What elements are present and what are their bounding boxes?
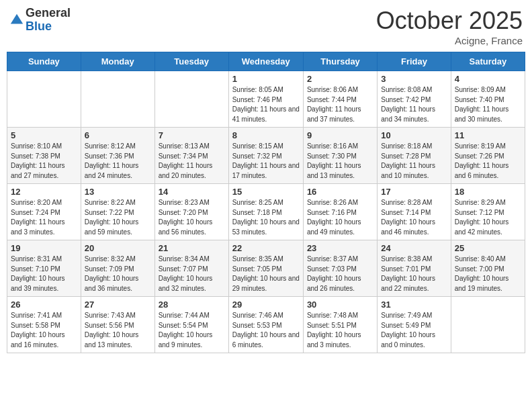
day-number: 14 xyxy=(159,187,225,197)
day-number: 20 xyxy=(85,243,151,253)
day-number: 4 xyxy=(455,74,521,84)
calendar-day-cell: 3Sunrise: 8:08 AM Sunset: 7:42 PM Daylig… xyxy=(378,71,451,128)
day-info: Sunrise: 8:32 AM Sunset: 7:09 PM Dayligh… xyxy=(85,255,151,293)
calendar-day-cell: 23Sunrise: 8:37 AM Sunset: 7:03 PM Dayli… xyxy=(303,240,377,297)
calendar-week-row: 12Sunrise: 8:20 AM Sunset: 7:24 PM Dayli… xyxy=(7,184,525,240)
day-info: Sunrise: 8:35 AM Sunset: 7:05 PM Dayligh… xyxy=(232,255,300,293)
day-number: 12 xyxy=(11,187,77,197)
day-info: Sunrise: 8:28 AM Sunset: 7:14 PM Dayligh… xyxy=(381,198,447,237)
day-number: 8 xyxy=(232,130,300,140)
day-number: 25 xyxy=(455,243,521,253)
day-info: Sunrise: 7:41 AM Sunset: 5:58 PM Dayligh… xyxy=(11,311,77,350)
calendar-header-sunday: Sunday xyxy=(7,52,81,71)
calendar-week-row: 5Sunrise: 8:10 AM Sunset: 7:38 PM Daylig… xyxy=(7,128,525,184)
day-info: Sunrise: 8:29 AM Sunset: 7:12 PM Dayligh… xyxy=(455,198,521,237)
calendar-header-thursday: Thursday xyxy=(303,52,377,71)
day-number: 31 xyxy=(381,300,447,310)
day-number: 7 xyxy=(159,130,225,140)
day-number: 2 xyxy=(307,74,373,84)
calendar-day-cell: 13Sunrise: 8:22 AM Sunset: 7:22 PM Dayli… xyxy=(81,184,154,240)
calendar-day-cell: 21Sunrise: 8:34 AM Sunset: 7:07 PM Dayli… xyxy=(154,240,228,297)
calendar-day-cell: 2Sunrise: 8:06 AM Sunset: 7:44 PM Daylig… xyxy=(303,71,377,128)
day-info: Sunrise: 7:48 AM Sunset: 5:51 PM Dayligh… xyxy=(307,311,373,350)
calendar-day-cell: 31Sunrise: 7:49 AM Sunset: 5:49 PM Dayli… xyxy=(378,297,451,353)
calendar-day-cell xyxy=(81,71,154,128)
calendar-header-friday: Friday xyxy=(378,52,451,71)
day-info: Sunrise: 8:18 AM Sunset: 7:28 PM Dayligh… xyxy=(381,142,447,181)
calendar-day-cell xyxy=(451,297,525,353)
day-info: Sunrise: 7:43 AM Sunset: 5:56 PM Dayligh… xyxy=(85,311,151,350)
page-header: General Blue October 2025 Acigne, France xyxy=(7,7,525,46)
day-number: 23 xyxy=(307,243,373,253)
calendar-day-cell: 20Sunrise: 8:32 AM Sunset: 7:09 PM Dayli… xyxy=(81,240,154,297)
logo: General Blue xyxy=(9,7,71,34)
day-number: 21 xyxy=(159,243,225,253)
day-number: 3 xyxy=(381,74,447,84)
calendar-day-cell xyxy=(154,71,228,128)
calendar-day-cell: 9Sunrise: 8:16 AM Sunset: 7:30 PM Daylig… xyxy=(303,128,377,184)
calendar-day-cell: 22Sunrise: 8:35 AM Sunset: 7:05 PM Dayli… xyxy=(228,240,303,297)
day-number: 17 xyxy=(381,187,447,197)
calendar-header-saturday: Saturday xyxy=(451,52,525,71)
day-info: Sunrise: 8:38 AM Sunset: 7:01 PM Dayligh… xyxy=(381,255,447,293)
day-number: 24 xyxy=(381,243,447,253)
day-info: Sunrise: 8:22 AM Sunset: 7:22 PM Dayligh… xyxy=(85,198,151,237)
day-info: Sunrise: 8:05 AM Sunset: 7:46 PM Dayligh… xyxy=(232,85,300,124)
calendar-header-monday: Monday xyxy=(81,52,154,71)
day-info: Sunrise: 8:16 AM Sunset: 7:30 PM Dayligh… xyxy=(307,142,373,181)
calendar-day-cell: 6Sunrise: 8:12 AM Sunset: 7:36 PM Daylig… xyxy=(81,128,154,184)
day-number: 5 xyxy=(11,130,77,140)
day-info: Sunrise: 8:13 AM Sunset: 7:34 PM Dayligh… xyxy=(159,142,225,181)
day-info: Sunrise: 7:44 AM Sunset: 5:54 PM Dayligh… xyxy=(159,311,225,350)
calendar-day-cell: 25Sunrise: 8:40 AM Sunset: 7:00 PM Dayli… xyxy=(451,240,525,297)
logo-icon xyxy=(9,13,24,28)
calendar-day-cell: 1Sunrise: 8:05 AM Sunset: 7:46 PM Daylig… xyxy=(228,71,303,128)
day-info: Sunrise: 8:20 AM Sunset: 7:24 PM Dayligh… xyxy=(11,198,77,237)
calendar-day-cell: 4Sunrise: 8:09 AM Sunset: 7:40 PM Daylig… xyxy=(451,71,525,128)
location-title: Acigne, France xyxy=(376,35,523,46)
day-info: Sunrise: 8:10 AM Sunset: 7:38 PM Dayligh… xyxy=(11,142,77,181)
day-info: Sunrise: 8:26 AM Sunset: 7:16 PM Dayligh… xyxy=(307,198,373,237)
svg-marker-0 xyxy=(11,14,23,24)
day-number: 10 xyxy=(381,130,447,140)
day-number: 22 xyxy=(232,243,300,253)
calendar-header-wednesday: Wednesday xyxy=(228,52,303,71)
calendar-day-cell: 28Sunrise: 7:44 AM Sunset: 5:54 PM Dayli… xyxy=(154,297,228,353)
day-number: 13 xyxy=(85,187,151,197)
day-info: Sunrise: 8:19 AM Sunset: 7:26 PM Dayligh… xyxy=(455,142,521,181)
logo-blue-text: Blue xyxy=(26,20,71,34)
calendar-day-cell: 11Sunrise: 8:19 AM Sunset: 7:26 PM Dayli… xyxy=(451,128,525,184)
calendar-week-row: 1Sunrise: 8:05 AM Sunset: 7:46 PM Daylig… xyxy=(7,71,525,128)
day-number: 6 xyxy=(85,130,151,140)
day-info: Sunrise: 7:49 AM Sunset: 5:49 PM Dayligh… xyxy=(381,311,447,350)
day-info: Sunrise: 8:40 AM Sunset: 7:00 PM Dayligh… xyxy=(455,255,521,293)
calendar-header-tuesday: Tuesday xyxy=(154,52,228,71)
calendar-day-cell: 14Sunrise: 8:23 AM Sunset: 7:20 PM Dayli… xyxy=(154,184,228,240)
calendar-day-cell: 7Sunrise: 8:13 AM Sunset: 7:34 PM Daylig… xyxy=(154,128,228,184)
calendar-day-cell: 12Sunrise: 8:20 AM Sunset: 7:24 PM Dayli… xyxy=(7,184,81,240)
day-number: 27 xyxy=(85,300,151,310)
day-number: 9 xyxy=(307,130,373,140)
day-info: Sunrise: 8:06 AM Sunset: 7:44 PM Dayligh… xyxy=(307,85,373,124)
calendar-day-cell: 17Sunrise: 8:28 AM Sunset: 7:14 PM Dayli… xyxy=(378,184,451,240)
calendar-day-cell: 10Sunrise: 8:18 AM Sunset: 7:28 PM Dayli… xyxy=(378,128,451,184)
calendar-day-cell: 15Sunrise: 8:25 AM Sunset: 7:18 PM Dayli… xyxy=(228,184,303,240)
day-number: 15 xyxy=(232,187,300,197)
day-info: Sunrise: 8:23 AM Sunset: 7:20 PM Dayligh… xyxy=(159,198,225,237)
day-info: Sunrise: 8:34 AM Sunset: 7:07 PM Dayligh… xyxy=(159,255,225,293)
day-number: 1 xyxy=(232,74,300,84)
title-block: October 2025 Acigne, France xyxy=(376,7,523,46)
day-info: Sunrise: 8:25 AM Sunset: 7:18 PM Dayligh… xyxy=(232,198,300,237)
calendar-week-row: 19Sunrise: 8:31 AM Sunset: 7:10 PM Dayli… xyxy=(7,240,525,297)
logo-general-text: General xyxy=(26,7,71,20)
calendar-day-cell: 8Sunrise: 8:15 AM Sunset: 7:32 PM Daylig… xyxy=(228,128,303,184)
day-info: Sunrise: 8:37 AM Sunset: 7:03 PM Dayligh… xyxy=(307,255,373,293)
calendar-week-row: 26Sunrise: 7:41 AM Sunset: 5:58 PM Dayli… xyxy=(7,297,525,353)
day-number: 11 xyxy=(455,130,521,140)
calendar-day-cell: 16Sunrise: 8:26 AM Sunset: 7:16 PM Dayli… xyxy=(303,184,377,240)
day-info: Sunrise: 8:08 AM Sunset: 7:42 PM Dayligh… xyxy=(381,85,447,124)
day-number: 19 xyxy=(11,243,77,253)
day-number: 28 xyxy=(159,300,225,310)
calendar-header-row: SundayMondayTuesdayWednesdayThursdayFrid… xyxy=(7,52,525,71)
day-info: Sunrise: 8:09 AM Sunset: 7:40 PM Dayligh… xyxy=(455,85,521,124)
